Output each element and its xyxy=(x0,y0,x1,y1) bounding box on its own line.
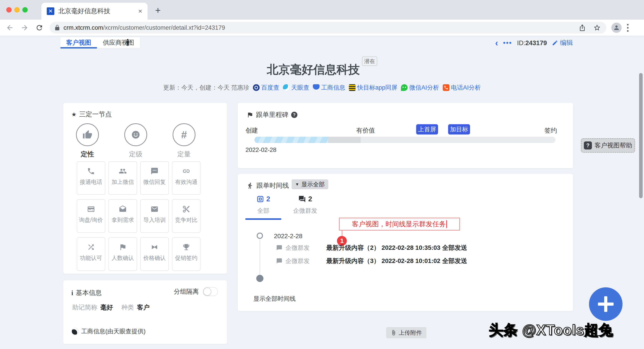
milestone-flag-icon xyxy=(247,111,253,118)
browser-menu-icon[interactable] xyxy=(627,24,628,32)
bookmark-star-icon[interactable] xyxy=(592,23,602,33)
grid-item-phone[interactable]: 接通电话 xyxy=(77,161,105,195)
grid-item-import-training[interactable]: 导入培训 xyxy=(140,199,169,233)
grid-item-effective-comm[interactable]: 有效沟通 xyxy=(172,161,200,195)
reload-icon[interactable] xyxy=(34,23,44,33)
chat-bubble-icon xyxy=(276,258,282,264)
add-fab-button[interactable] xyxy=(589,287,622,321)
grid-item-feature-approval[interactable]: 功能认可 xyxy=(77,237,105,271)
grid-item-price-confirm[interactable]: 价格确认 xyxy=(140,237,169,271)
field-kind-label: 种类 xyxy=(122,303,134,312)
tab-mass-count: 2 xyxy=(308,195,312,203)
show-full-timeline-link[interactable]: 显示全部时间线 xyxy=(253,295,296,303)
grid-item-inquiry[interactable]: 询盘/询价 xyxy=(77,199,105,233)
forum-icon xyxy=(298,195,306,203)
profile-avatar[interactable] xyxy=(611,22,622,33)
field-kind-value: 客户 xyxy=(137,303,150,312)
forward-icon[interactable] xyxy=(20,23,30,33)
scrollbar-thumb[interactable] xyxy=(639,73,643,198)
tab-title: 北京毫好信息科技 xyxy=(58,7,135,16)
link-baidu-check[interactable]: 百度查 xyxy=(253,83,279,92)
business-info-link[interactable]: 工商信息(由天眼查提供) xyxy=(72,327,146,335)
new-tab-button[interactable]: + xyxy=(155,6,161,15)
screen: ✕ 北京毫好信息科技 × + crm.xtcrm.com/xcrm/custom… xyxy=(0,0,644,349)
smiley-icon xyxy=(130,130,141,140)
timeline-entry[interactable]: 企微群发 最新升级内容（3） 2022-02-28 10:01:02 全部发送 xyxy=(276,257,467,266)
phone-icon xyxy=(87,167,95,175)
link-icon xyxy=(182,167,190,175)
person-icon[interactable] xyxy=(124,38,132,46)
chevron-left-icon[interactable]: ‹ xyxy=(495,39,498,46)
node-qualitative[interactable]: 定性 xyxy=(63,123,112,159)
upload-attachment-button[interactable]: 上传附件 xyxy=(386,327,426,338)
url-bar[interactable]: crm.xtcrm.com/xcrm/customer/customer/det… xyxy=(50,22,606,33)
active-tab-underline xyxy=(245,218,281,220)
window-minimize-button[interactable] xyxy=(14,7,20,12)
timeline-date-marker xyxy=(257,233,263,239)
node-quantify[interactable]: # 定量 xyxy=(160,123,208,159)
sanding-grid: 接通电话 加上微信 微信回复 有效沟通 询盘/询价 xyxy=(77,161,207,271)
dropdown-arrow-icon: ▼ xyxy=(295,182,299,187)
link-phone-ai[interactable]: 电话AI分析 xyxy=(443,83,481,92)
progress-segment-gray xyxy=(328,137,361,143)
link-wechat-ai[interactable]: 微信AI分析 xyxy=(401,83,439,92)
timeline-card: 跟单时间线 ▼ 显示全部 2 全部 2 企微群发 xyxy=(238,174,573,311)
timeline-date-group: 2022-2-28 xyxy=(274,233,302,240)
customer-view-help-button[interactable]: ? 客户视图帮助 xyxy=(581,138,635,153)
timeline-filter-dropdown[interactable]: ▼ 显示全部 xyxy=(292,179,328,189)
favicon-icon: ✕ xyxy=(47,7,54,15)
grid-item-wechat-reply[interactable]: 微信回复 xyxy=(140,161,169,195)
field-mnemonic-value: 毫好 xyxy=(100,303,113,312)
grid-item-wechat-add[interactable]: 加上微信 xyxy=(108,161,137,195)
grid-item-promo-sign[interactable]: 促销签约 xyxy=(172,237,200,271)
shield-icon xyxy=(313,84,320,91)
milestone-card: 跟单里程碑 ? 创建 有价值 上首屏 加目标 签约 2022-02-28 xyxy=(238,103,573,168)
tab-close-icon[interactable]: × xyxy=(138,7,142,15)
group-isolation-label: 分组隔离 xyxy=(174,287,199,296)
page-title: 北京毫好信息科技潜在 xyxy=(0,62,644,77)
share-icon[interactable] xyxy=(577,23,587,33)
stage-add-goal-button[interactable]: 加目标 xyxy=(448,124,470,134)
edit-button[interactable]: 编辑 xyxy=(552,38,573,47)
trophy-icon xyxy=(182,243,190,251)
tab-customer-view[interactable]: 客户视图 xyxy=(60,37,97,48)
shuffle-icon xyxy=(87,243,95,251)
back-icon[interactable] xyxy=(5,23,15,33)
info-icon: i xyxy=(71,289,73,297)
timeline-tab-mass-send[interactable]: 2 企微群发 xyxy=(290,195,320,215)
annotation-connector xyxy=(342,231,342,236)
link-tianyancha[interactable]: 天眼查 xyxy=(283,83,309,92)
timeline-header: 跟单时间线 xyxy=(247,181,289,190)
record-id: ID:243179 xyxy=(517,39,547,47)
stage-first-screen-button[interactable]: 上首屏 xyxy=(416,124,438,134)
basic-info-card: i 基本信息 分组隔离 助记简称 毫好 种类 客户 工商信息(由天眼查提供) xyxy=(63,280,227,344)
grid-item-get-demand[interactable]: 拿到需求 xyxy=(108,199,137,233)
more-actions-icon[interactable]: ••• xyxy=(503,39,512,47)
timeline-title: 跟单时间线 xyxy=(256,181,289,190)
group-isolation-toggle[interactable] xyxy=(203,287,218,296)
timeline-entry[interactable]: 企微群发 最新升级内容（2） 2022-02-28 10:35:03 全部发送 xyxy=(276,243,467,252)
basic-info-header: i 基本信息 xyxy=(71,289,102,297)
star-icon: ★ xyxy=(71,111,76,118)
text-caret xyxy=(446,220,447,228)
tab-supplier-view[interactable]: 供应商视图 xyxy=(97,37,140,48)
window-close-button[interactable] xyxy=(6,7,12,12)
link-kmb-app[interactable]: 快目标app同屏 xyxy=(349,83,397,92)
link-business-info[interactable]: 工商信息 xyxy=(313,83,345,92)
sanding-nodes: 定性 定级 # 定量 xyxy=(63,123,209,159)
grid-item-competition[interactable]: 竞争对比 xyxy=(172,199,200,233)
browser-tab[interactable]: ✕ 北京毫好信息科技 × xyxy=(41,3,148,20)
node-grade[interactable]: 定级 xyxy=(112,123,160,159)
browser-tabstrip: ✕ 北京毫好信息科技 × + xyxy=(0,0,644,20)
window-zoom-button[interactable] xyxy=(22,7,28,12)
tianyancha-logo-icon xyxy=(72,328,78,335)
annotation-box: 客户视图，时间线显示群发任务 xyxy=(339,218,460,231)
status-badge: 潜在 xyxy=(362,56,377,66)
walking-person-icon xyxy=(247,182,253,189)
timeline-tab-all[interactable]: 2 全部 xyxy=(245,195,281,220)
milestone-help-icon[interactable]: ? xyxy=(291,112,298,118)
grid-item-headcount-confirm[interactable]: 人数确认 xyxy=(108,237,137,271)
envelope-open-icon xyxy=(119,205,127,213)
lock-icon xyxy=(54,24,60,31)
card-icon xyxy=(87,205,95,213)
